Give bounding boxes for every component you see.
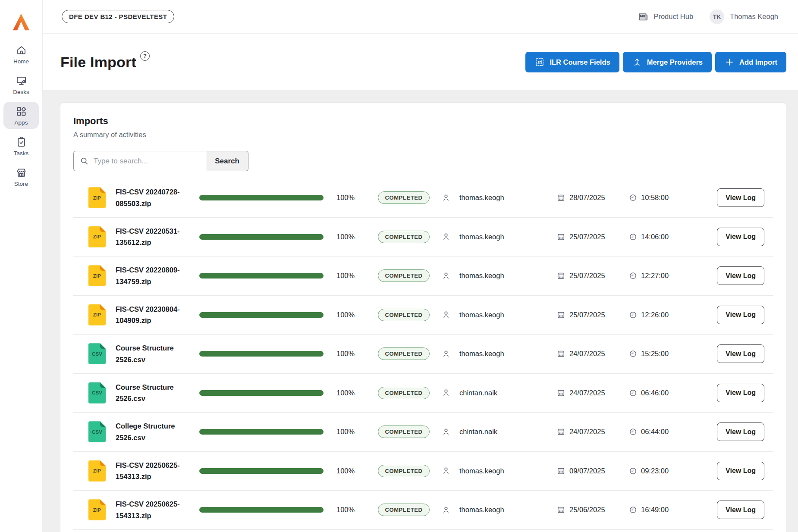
imports-list: ZIP FIS-CSV 20240728-085503.zip 100% COM… bbox=[73, 178, 773, 530]
view-log-button[interactable]: View Log bbox=[717, 228, 764, 246]
view-log-button[interactable]: View Log bbox=[717, 266, 764, 285]
progress-percent: 100% bbox=[336, 467, 360, 475]
merge-providers-label: Merge Providers bbox=[647, 58, 703, 66]
view-log-button[interactable]: View Log bbox=[717, 462, 764, 480]
help-icon[interactable]: ? bbox=[140, 51, 150, 61]
import-time: 06:44:00 bbox=[641, 428, 678, 436]
clock-icon bbox=[628, 505, 638, 514]
zip-file-icon: ZIP bbox=[88, 226, 106, 247]
csv-file-icon: CSV bbox=[88, 343, 106, 364]
view-log-button[interactable]: View Log bbox=[717, 306, 764, 324]
user-icon bbox=[441, 271, 451, 281]
import-date: 24/07/2025 bbox=[569, 350, 615, 358]
view-log-button[interactable]: View Log bbox=[717, 384, 764, 402]
sidebar-item-tasks[interactable]: Tasks bbox=[3, 132, 39, 160]
clock-icon bbox=[628, 310, 638, 319]
calendar-icon bbox=[556, 388, 566, 397]
calendar-icon bbox=[556, 349, 566, 358]
progress-bar bbox=[199, 273, 324, 279]
zip-file-icon: ZIP bbox=[88, 304, 106, 325]
view-log-button[interactable]: View Log bbox=[717, 422, 764, 441]
user-menu[interactable]: TK Thomas Keogh bbox=[710, 9, 778, 24]
product-hub-link[interactable]: Product Hub bbox=[638, 11, 693, 22]
import-time: 14:06:00 bbox=[641, 233, 678, 241]
map-selection-icon bbox=[534, 57, 545, 67]
calendar-icon bbox=[556, 310, 566, 319]
merge-icon bbox=[632, 57, 642, 67]
view-log-button[interactable]: View Log bbox=[717, 501, 764, 519]
user-icon bbox=[441, 193, 451, 203]
sidebar-item-home[interactable]: Home bbox=[3, 41, 39, 68]
calendar-icon bbox=[556, 466, 566, 476]
add-import-button[interactable]: Add Import bbox=[715, 52, 786, 72]
product-hub-label: Product Hub bbox=[653, 13, 693, 21]
user-icon bbox=[441, 466, 451, 476]
user-icon bbox=[441, 349, 451, 359]
file-import-app: Home Desks Apps bbox=[0, 0, 798, 532]
sidebar-item-desks[interactable]: Desks bbox=[3, 71, 39, 98]
content-area: Imports A summary of activities Search Z… bbox=[43, 90, 798, 532]
file-name: FIS-CSV 20220531-135612.zip bbox=[116, 225, 193, 248]
user-name: chintan.naik bbox=[459, 389, 535, 397]
calendar-icon bbox=[556, 232, 566, 241]
clock-icon bbox=[628, 349, 638, 358]
view-log-button[interactable]: View Log bbox=[717, 344, 764, 363]
progress-bar bbox=[199, 234, 324, 240]
progress-bar bbox=[199, 507, 324, 513]
table-row: CSV Course Structure 2526.csv 100% COMPL… bbox=[73, 374, 773, 413]
clock-icon bbox=[628, 271, 638, 280]
user-icon bbox=[441, 505, 451, 515]
import-time: 06:46:00 bbox=[641, 389, 678, 397]
user-icon bbox=[441, 310, 451, 319]
desks-icon bbox=[16, 75, 27, 87]
user-name: thomas.keogh bbox=[459, 272, 535, 280]
progress-bar bbox=[199, 312, 324, 318]
sidebar-item-label: Apps bbox=[15, 119, 28, 126]
imports-card: Imports A summary of activities Search Z… bbox=[60, 102, 786, 532]
brand-logo[interactable] bbox=[11, 12, 31, 32]
sidebar-item-label: Tasks bbox=[14, 150, 29, 156]
ilr-course-fields-button[interactable]: ILR Course Fields bbox=[525, 52, 619, 72]
user-name: thomas.keogh bbox=[459, 467, 535, 475]
progress-bar bbox=[199, 429, 324, 435]
search-icon bbox=[80, 156, 89, 166]
progress-percent: 100% bbox=[336, 428, 360, 436]
status-badge: COMPLETED bbox=[378, 347, 429, 360]
import-date: 24/07/2025 bbox=[569, 428, 615, 436]
user-name: thomas.keogh bbox=[459, 506, 535, 514]
table-row: ZIP FIS-CSV 20250625-154313.zip 100% COM… bbox=[73, 491, 773, 530]
clock-icon bbox=[628, 388, 638, 397]
import-date: 25/07/2025 bbox=[569, 233, 615, 241]
view-log-button[interactable]: View Log bbox=[717, 188, 764, 207]
zip-file-icon: ZIP bbox=[88, 499, 106, 520]
import-date: 25/06/2025 bbox=[569, 506, 615, 514]
sidebar-item-store[interactable]: Store bbox=[3, 163, 39, 190]
progress-percent: 100% bbox=[336, 194, 360, 202]
import-time: 12:26:00 bbox=[641, 311, 678, 319]
newspaper-icon bbox=[638, 11, 649, 22]
progress-percent: 100% bbox=[336, 272, 360, 280]
calendar-icon bbox=[556, 193, 566, 202]
sidebar-item-apps[interactable]: Apps bbox=[3, 102, 39, 129]
user-name: Thomas Keogh bbox=[730, 13, 778, 21]
progress-percent: 100% bbox=[336, 350, 360, 358]
file-name: FIS-CSV 20230804-104909.zip bbox=[116, 304, 193, 326]
search-button[interactable]: Search bbox=[206, 151, 248, 171]
merge-providers-button[interactable]: Merge Providers bbox=[623, 52, 712, 72]
plus-icon bbox=[724, 57, 735, 67]
sidebar-item-label: Store bbox=[14, 181, 28, 187]
search-input[interactable] bbox=[73, 151, 206, 171]
calendar-icon bbox=[556, 271, 566, 280]
table-row: ZIP FIS-CSV 20250625-154313.zip 100% COM… bbox=[73, 452, 773, 491]
import-time: 09:23:00 bbox=[641, 467, 678, 475]
status-badge: COMPLETED bbox=[378, 387, 429, 399]
status-badge: COMPLETED bbox=[378, 465, 429, 477]
sidebar-item-label: Desks bbox=[13, 89, 29, 95]
table-row: ZIP FIS-CSV 20220809-134759.zip 100% COM… bbox=[73, 257, 773, 296]
card-title: Imports bbox=[73, 116, 773, 127]
user-name: thomas.keogh bbox=[459, 233, 535, 241]
user-icon bbox=[441, 232, 451, 241]
import-time: 15:25:00 bbox=[641, 350, 678, 358]
add-import-label: Add Import bbox=[739, 58, 777, 66]
file-name: FIS-CSV 20250625-154313.zip bbox=[116, 498, 193, 521]
